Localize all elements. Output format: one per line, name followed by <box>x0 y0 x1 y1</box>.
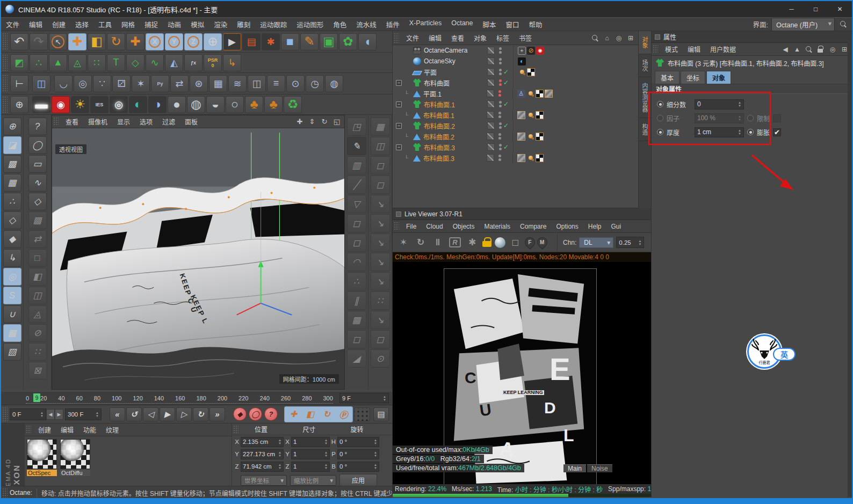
live-select-icon[interactable]: ◯ <box>28 136 47 154</box>
menu-item[interactable]: 模式 <box>660 43 683 55</box>
close-button[interactable]: ✕ <box>828 1 852 17</box>
menu-item[interactable]: 雕刻 <box>232 18 255 31</box>
playhead[interactable]: 9 <box>33 393 40 402</box>
panel-grip[interactable] <box>26 425 31 434</box>
expand-toggle-icon[interactable]: − <box>396 123 402 129</box>
autokey-icon[interactable]: ◯ <box>249 407 262 421</box>
material-label[interactable]: OctSpec <box>27 470 57 476</box>
menu-item[interactable]: 创建 <box>33 424 56 435</box>
follow-icon[interactable]: ◎ <box>827 45 838 54</box>
anim-enable-icon[interactable] <box>747 129 754 135</box>
phong-tag-icon[interactable] <box>526 111 534 119</box>
menu-item[interactable]: Options <box>551 222 583 231</box>
menu-item[interactable]: 面板 <box>180 116 203 127</box>
menu-item[interactable]: 文件 <box>401 32 424 43</box>
range-left-button[interactable]: ◀ <box>46 409 55 420</box>
octane-ies-light-icon[interactable]: IES <box>90 96 109 113</box>
lock-icon[interactable] <box>815 45 826 54</box>
scale-mode-select[interactable]: 缩放比例 <box>290 475 336 486</box>
visibility-dots[interactable] <box>498 122 502 129</box>
scale-tool-icon[interactable]: ◧ <box>88 33 106 50</box>
arch-tool-icon[interactable]: ◠ <box>347 253 366 271</box>
timeline-panel-icon[interactable]: ▤ <box>373 407 389 421</box>
visibility-dots[interactable] <box>498 69 502 75</box>
menu-item[interactable]: 对象 <box>469 32 491 43</box>
layer-badge[interactable] <box>487 154 494 162</box>
phong-tag-icon[interactable] <box>526 90 534 98</box>
sail-deformer-icon[interactable]: ◭ <box>165 54 183 71</box>
anim-enable-icon[interactable] <box>747 115 754 121</box>
deformers-icon[interactable]: ◖ <box>358 33 377 50</box>
toolbar-grip[interactable] <box>2 33 8 50</box>
next-key-icon[interactable]: ▷ <box>176 407 192 421</box>
octane-scatter-tree-icon[interactable]: ♣ <box>245 96 263 113</box>
expand-toggle-icon[interactable]: − <box>396 101 402 107</box>
goto-start-icon[interactable]: « <box>110 407 125 421</box>
disabled-tool-icon[interactable]: ∷ <box>371 291 390 310</box>
disabled-tool-icon[interactable]: ↘ <box>371 311 390 329</box>
menu-item[interactable]: 用户数据 <box>705 43 741 55</box>
enable-check[interactable]: ✓ <box>502 143 510 151</box>
camera-focus-icon[interactable] <box>518 47 526 55</box>
pen-spline-icon[interactable]: ✎ <box>300 33 319 50</box>
expand-toggle-icon[interactable]: − <box>396 80 402 86</box>
fracture-icon[interactable]: ▲ <box>49 54 67 71</box>
modeling-tool-icon[interactable]: ◳ <box>347 118 366 136</box>
xp-dice-icon[interactable]: ⚂ <box>112 75 131 92</box>
octane-targetted-light-icon[interactable]: ◎ <box>110 96 128 113</box>
ime-language-badge[interactable]: 英 <box>773 348 796 361</box>
material-preview[interactable] <box>27 439 57 469</box>
undo-icon[interactable]: ↶ <box>10 33 28 50</box>
render-settings-icon[interactable]: ✱ <box>465 235 480 250</box>
layer-badge[interactable] <box>487 100 495 108</box>
menu-item[interactable]: Materials <box>479 222 515 231</box>
search-icon[interactable] <box>804 45 814 54</box>
object-row[interactable]: − 布料曲面.1 ✓ <box>393 99 638 109</box>
object-row[interactable]: 布料曲面.1 <box>393 109 638 120</box>
psr-zero-icon[interactable]: PSR 0 <box>204 54 222 71</box>
attribute-tab[interactable]: 基本 <box>655 71 679 84</box>
view-label[interactable]: 透视视图 <box>55 144 86 154</box>
material-item[interactable]: OctSpec <box>27 439 58 476</box>
noise-texture-tag-icon[interactable] <box>517 154 525 162</box>
menu-item[interactable]: Compare <box>515 222 551 231</box>
help-tool-icon[interactable]: ? <box>28 118 47 135</box>
disabled-tool-icon[interactable]: ◬ <box>28 305 47 323</box>
scatter-tool-icon[interactable]: ∴ <box>347 272 366 290</box>
workplane-paint-icon[interactable]: ▦ <box>3 174 21 192</box>
rotation-record-icon[interactable]: ↻ <box>319 407 335 421</box>
rect-select-icon[interactable]: ▭ <box>28 155 47 173</box>
play-reverse-icon[interactable]: ↺ <box>126 407 142 421</box>
lasso-select-icon[interactable]: ∿ <box>28 174 47 192</box>
ramp-tool-icon[interactable]: ◢ <box>347 349 366 368</box>
panel-grip[interactable] <box>653 45 658 54</box>
menu-item[interactable]: 显示 <box>112 116 135 127</box>
layer-badge[interactable] <box>487 47 495 54</box>
apply-button[interactable]: 应用 <box>339 474 377 486</box>
limit-checkbox[interactable] <box>773 114 781 122</box>
menu-item[interactable]: 编辑 <box>24 18 47 31</box>
menu-item[interactable]: 网格 <box>117 18 140 31</box>
menu-item[interactable]: 脚本 <box>478 18 501 31</box>
object-label[interactable]: OctaneCamera <box>424 47 487 54</box>
xp-shuffle-icon[interactable]: ⇄ <box>170 75 189 92</box>
octane-sky-icon[interactable]: ◐ <box>129 96 147 113</box>
hierarchy-icon[interactable]: ⊢ <box>10 75 28 92</box>
object-row[interactable]: OctaneSky <box>393 56 638 67</box>
point-level-animation-icon[interactable] <box>354 407 370 421</box>
xp-cup-icon[interactable]: ◡ <box>54 75 73 92</box>
object-row[interactable]: − 布料曲面 ✓ <box>393 77 638 88</box>
xpresso-icon[interactable]: ƒx <box>184 54 203 71</box>
material-label[interactable]: OctDiffu <box>60 470 90 476</box>
enable-check[interactable]: ✓ <box>502 79 510 86</box>
sample-field[interactable]: 0.25 <box>616 237 644 248</box>
object-label[interactable]: 布料曲面.2 <box>423 132 487 141</box>
disabled-tool-icon[interactable]: ⊙ <box>371 349 390 368</box>
texture-tag-icon[interactable] <box>527 68 535 76</box>
move-tool-icon[interactable]: ✚ <box>68 33 86 50</box>
layer-badge[interactable] <box>487 133 494 140</box>
disabled-tool-icon[interactable]: ∷ <box>28 343 47 361</box>
search-icon[interactable] <box>838 19 849 29</box>
xp-emitter-icon[interactable]: ⊛ <box>190 75 208 92</box>
stepper-icon[interactable] <box>324 451 328 457</box>
